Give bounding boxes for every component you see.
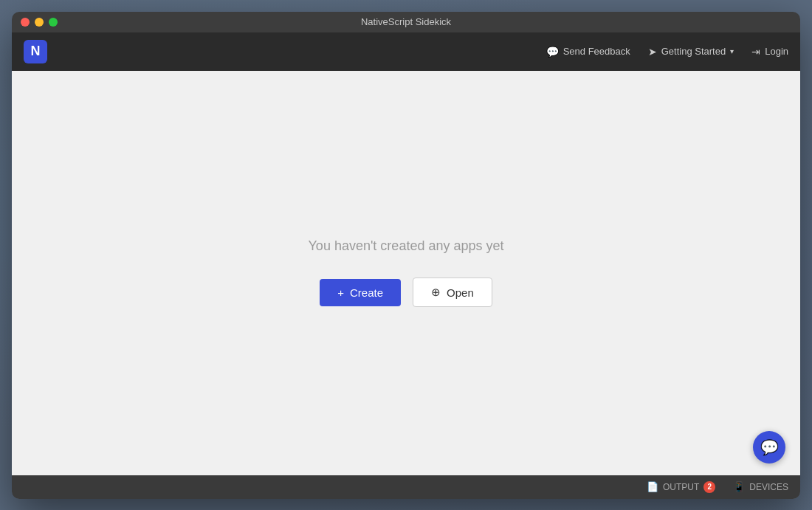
maximize-button[interactable] <box>49 18 58 27</box>
window-frame: NativeScript Sidekick N 💬 Send Feedback … <box>12 12 800 499</box>
devices-status-item[interactable]: 📱 DEVICES <box>733 481 788 492</box>
chevron-down-icon: ▾ <box>730 47 734 55</box>
chat-icon: 💬 <box>760 438 779 456</box>
create-button[interactable]: + Create <box>320 279 401 306</box>
title-bar: NativeScript Sidekick <box>12 12 800 32</box>
devices-label: DEVICES <box>749 482 788 492</box>
app-logo[interactable]: N <box>24 40 47 63</box>
create-label: Create <box>350 286 383 299</box>
main-content: You haven't created any apps yet + Creat… <box>12 71 800 475</box>
login-icon: ⇥ <box>751 46 760 58</box>
output-label: OUTPUT <box>663 482 699 492</box>
app-window: NativeScript Sidekick N 💬 Send Feedback … <box>12 12 800 499</box>
plus-icon: + <box>337 286 344 299</box>
login-button[interactable]: ⇥ Login <box>751 46 788 58</box>
getting-started-label: Getting Started <box>661 46 726 57</box>
logo-letter: N <box>31 44 41 59</box>
login-label: Login <box>765 46 788 57</box>
open-button[interactable]: ⊕ Open <box>413 278 492 307</box>
empty-state-message: You haven't created any apps yet <box>309 238 504 254</box>
send-feedback-button[interactable]: 💬 Send Feedback <box>546 46 630 58</box>
output-badge: 2 <box>703 481 715 493</box>
navbar: N 💬 Send Feedback ➤ Getting Started ▾ ⇥ … <box>12 32 800 71</box>
chat-button[interactable]: 💬 <box>753 431 785 464</box>
close-button[interactable] <box>21 18 30 27</box>
minimize-button[interactable] <box>35 18 44 27</box>
send-feedback-label: Send Feedback <box>563 46 630 57</box>
folder-icon: ⊕ <box>431 286 441 299</box>
action-buttons: + Create ⊕ Open <box>320 278 492 307</box>
status-bar: 📄 OUTPUT 2 📱 DEVICES <box>12 475 800 499</box>
getting-started-button[interactable]: ➤ Getting Started ▾ <box>648 46 734 58</box>
open-label: Open <box>447 286 474 299</box>
feedback-icon: 💬 <box>546 46 559 58</box>
output-icon: 📄 <box>647 481 658 492</box>
getting-started-icon: ➤ <box>648 46 657 58</box>
output-status-item[interactable]: 📄 OUTPUT 2 <box>647 481 715 493</box>
traffic-lights <box>21 18 58 27</box>
devices-icon: 📱 <box>733 481 745 492</box>
window-title: NativeScript Sidekick <box>361 16 451 27</box>
navbar-actions: 💬 Send Feedback ➤ Getting Started ▾ ⇥ Lo… <box>546 46 788 58</box>
